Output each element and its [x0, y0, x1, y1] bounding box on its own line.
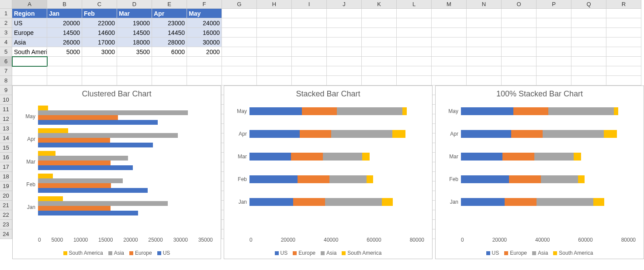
cell-M1[interactable] [432, 9, 467, 18]
cell-L4[interactable] [397, 38, 432, 47]
cell-N2[interactable] [467, 18, 502, 28]
cell-K1[interactable] [362, 9, 397, 18]
cell-L5[interactable] [397, 47, 432, 57]
cell-J4[interactable] [327, 38, 362, 47]
row-header-5[interactable]: 5 [0, 47, 12, 57]
cell-C4[interactable]: 17000 [82, 38, 117, 47]
cell-P3[interactable] [537, 28, 571, 38]
row-header-6[interactable]: 6 [0, 57, 12, 66]
cell-A8[interactable] [12, 76, 47, 85]
cell-J6[interactable] [327, 57, 362, 66]
col-header-L[interactable]: L [397, 0, 432, 9]
col-header-F[interactable]: F [187, 0, 222, 9]
row-header-14[interactable]: 14 [0, 133, 12, 143]
cell-Q3[interactable] [571, 28, 606, 38]
cell-B7[interactable] [47, 66, 82, 76]
row-header-11[interactable]: 11 [0, 105, 12, 114]
cell-N7[interactable] [467, 66, 502, 76]
cell-Q1[interactable] [571, 9, 606, 18]
row-header-24[interactable]: 24 [0, 229, 12, 239]
cell-E3[interactable]: 14450 [152, 28, 187, 38]
col-header-C[interactable]: C [82, 0, 117, 9]
cell-P8[interactable] [537, 76, 571, 85]
cell-R7[interactable] [606, 66, 641, 76]
cell-O4[interactable] [502, 38, 537, 47]
cell-I4[interactable] [292, 38, 327, 47]
cell-E2[interactable]: 23000 [152, 18, 187, 28]
cell-G7[interactable] [222, 66, 257, 76]
cell-L2[interactable] [397, 18, 432, 28]
col-header-I[interactable]: I [292, 0, 327, 9]
cell-O5[interactable] [502, 47, 537, 57]
row-header-7[interactable]: 7 [0, 66, 12, 76]
cell-F5[interactable]: 2000 [187, 47, 222, 57]
row-header-20[interactable]: 20 [0, 191, 12, 201]
cell-K8[interactable] [362, 76, 397, 85]
cell-E1[interactable]: Apr [152, 9, 187, 18]
cell-R6[interactable] [606, 57, 641, 66]
col-header-J[interactable]: J [327, 0, 362, 9]
row-header-15[interactable]: 15 [0, 143, 12, 153]
cell-B8[interactable] [47, 76, 82, 85]
cell-I1[interactable] [292, 9, 327, 18]
cell-D5[interactable]: 3500 [117, 47, 152, 57]
cell-M6[interactable] [432, 57, 467, 66]
cell-F6[interactable] [187, 57, 222, 66]
cell-M2[interactable] [432, 18, 467, 28]
row-header-21[interactable]: 21 [0, 201, 12, 210]
cell-A7[interactable] [12, 66, 47, 76]
select-all-corner[interactable] [0, 0, 12, 9]
cell-E4[interactable]: 28000 [152, 38, 187, 47]
col-header-D[interactable]: D [117, 0, 152, 9]
cell-K5[interactable] [362, 47, 397, 57]
row-header-12[interactable]: 12 [0, 114, 12, 124]
col-header-M[interactable]: M [432, 0, 467, 9]
cell-F1[interactable]: May [187, 9, 222, 18]
cell-R4[interactable] [606, 38, 641, 47]
chart-100pct-stacked-bar[interactable]: 100% Stacked Bar Chart MayAprMarFebJan 0… [435, 85, 644, 259]
cell-R1[interactable] [606, 9, 641, 18]
row-header-3[interactable]: 3 [0, 28, 12, 38]
cell-K3[interactable] [362, 28, 397, 38]
col-header-K[interactable]: K [362, 0, 397, 9]
cell-L1[interactable] [397, 9, 432, 18]
cell-R8[interactable] [606, 76, 641, 85]
col-header-A[interactable]: A [12, 0, 47, 9]
cell-C2[interactable]: 22000 [82, 18, 117, 28]
cell-G2[interactable] [222, 18, 257, 28]
cell-Q8[interactable] [571, 76, 606, 85]
cell-J1[interactable] [327, 9, 362, 18]
cell-I6[interactable] [292, 57, 327, 66]
cell-L3[interactable] [397, 28, 432, 38]
cell-O1[interactable] [502, 9, 537, 18]
cell-Q2[interactable] [571, 18, 606, 28]
cell-M3[interactable] [432, 28, 467, 38]
cell-R3[interactable] [606, 28, 641, 38]
cell-E6[interactable] [152, 57, 187, 66]
cell-P7[interactable] [537, 66, 571, 76]
cell-R2[interactable] [606, 18, 641, 28]
cell-A2[interactable]: US [12, 18, 47, 28]
cell-H7[interactable] [257, 66, 292, 76]
col-header-P[interactable]: P [537, 0, 571, 9]
cell-J2[interactable] [327, 18, 362, 28]
cell-O3[interactable] [502, 28, 537, 38]
cell-E8[interactable] [152, 76, 187, 85]
cell-E7[interactable] [152, 66, 187, 76]
col-header-O[interactable]: O [502, 0, 537, 9]
cell-D1[interactable]: Mar [117, 9, 152, 18]
cell-B4[interactable]: 26000 [47, 38, 82, 47]
cell-B2[interactable]: 20000 [47, 18, 82, 28]
row-header-18[interactable]: 18 [0, 172, 12, 181]
cell-D7[interactable] [117, 66, 152, 76]
cell-G6[interactable] [222, 57, 257, 66]
cell-C3[interactable]: 14600 [82, 28, 117, 38]
cell-A1[interactable]: Region [12, 9, 47, 18]
cell-Q6[interactable] [571, 57, 606, 66]
cell-N1[interactable] [467, 9, 502, 18]
col-header-R[interactable]: R [606, 0, 641, 9]
cell-A4[interactable]: Asia [12, 38, 47, 47]
cell-L8[interactable] [397, 76, 432, 85]
cell-M7[interactable] [432, 66, 467, 76]
col-header-B[interactable]: B [47, 0, 82, 9]
